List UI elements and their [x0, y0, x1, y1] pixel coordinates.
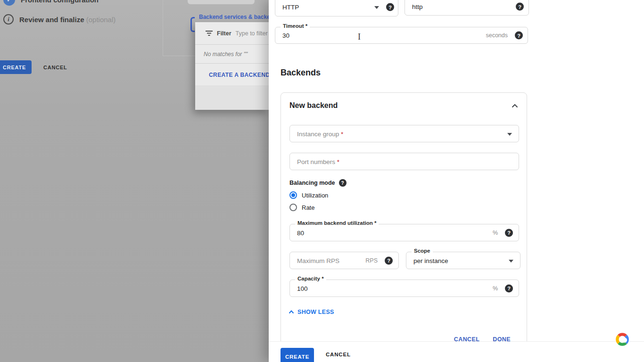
info-icon: i: [3, 14, 14, 25]
dropdown-caret-icon[interactable]: [509, 260, 513, 263]
backend-services-field-label: Backend services & backend: [199, 14, 269, 20]
text-cursor: I: [358, 32, 361, 42]
sidebar-create-button[interactable]: CREATE: [0, 60, 32, 74]
backend-service-form-panel: Protocol HTTP ? Named port http ? Timeou…: [269, 0, 644, 362]
footer-cancel-button[interactable]: CANCEL: [326, 352, 351, 357]
google-cloud-logo: [613, 332, 631, 347]
timeout-unit: seconds: [486, 32, 508, 39]
help-icon[interactable]: ?: [386, 3, 394, 11]
scope-select[interactable]: Scope per instance: [406, 252, 520, 269]
help-icon[interactable]: ?: [516, 3, 524, 11]
card-title: New backend: [289, 101, 338, 110]
max-utilization-value: 80: [297, 229, 304, 236]
radio-selected-icon[interactable]: [289, 191, 297, 199]
sidebar-cancel-button[interactable]: CANCEL: [43, 63, 67, 72]
balancing-mode-label: Balancing mode ?: [289, 179, 347, 187]
backdrop-card-edge: [188, 0, 255, 4]
protocol-select[interactable]: Protocol HTTP ?: [275, 0, 398, 16]
rps-unit: RPS: [365, 257, 378, 264]
scope-value: per instance: [413, 257, 448, 264]
footer-bar: CREATE CANCEL: [269, 341, 644, 362]
show-less-button[interactable]: SHOW LESS: [289, 309, 334, 315]
step-label: Frontend configuration: [21, 0, 99, 4]
dropdown-caret-icon[interactable]: [507, 133, 512, 136]
scope-label: Scope: [412, 248, 433, 254]
max-rps-placeholder: Maximum RPS: [297, 257, 339, 264]
instance-group-placeholder: Instance group *: [297, 130, 343, 137]
required-asterisk: *: [337, 158, 339, 165]
protocol-value: HTTP: [282, 4, 299, 11]
background-vertical-divider: [163, 0, 163, 56]
create-backend-menu-item[interactable]: CREATE A BACKEND: [195, 64, 269, 86]
capacity-value: 100: [297, 285, 308, 292]
dropdown-footer: [195, 87, 269, 110]
radio-utilization[interactable]: Utilization: [289, 191, 328, 199]
required-asterisk: *: [341, 130, 343, 137]
step-done-icon: ✓: [3, 0, 15, 6]
filter-label: Filter: [217, 30, 231, 37]
sidebar-step-frontend-configuration[interactable]: ✓ Frontend configuration: [3, 0, 99, 6]
max-rps-input[interactable]: Maximum RPS RPS ?: [289, 252, 399, 269]
filter-input-placeholder[interactable]: Type to filter: [236, 30, 268, 37]
max-utilization-label: Maximum backend utilization *: [295, 220, 379, 226]
no-matches-row: No matches for "": [195, 45, 269, 64]
capacity-label: Capacity *: [295, 276, 326, 281]
percent-unit: %: [493, 230, 498, 236]
help-icon[interactable]: ?: [505, 229, 513, 237]
chevron-up-icon: [289, 310, 294, 314]
backends-heading: Backends: [281, 68, 321, 78]
filter-icon: [206, 30, 213, 36]
help-icon[interactable]: ?: [505, 284, 513, 292]
filter-row[interactable]: Filter Type to filter: [195, 22, 269, 45]
radio-label: Rate: [302, 204, 314, 211]
instance-group-select[interactable]: Instance group *: [289, 125, 519, 142]
dropdown-caret-icon[interactable]: [374, 6, 379, 9]
named-port-value: http: [412, 3, 423, 10]
help-icon[interactable]: ?: [339, 179, 347, 187]
capacity-input[interactable]: Capacity * 100 % ?: [289, 280, 519, 297]
footer-create-button[interactable]: CREATE: [281, 348, 314, 362]
new-backend-card: New backend Instance group * Port number…: [281, 92, 527, 349]
named-port-input[interactable]: Named port http ?: [405, 0, 529, 16]
radio-label: Utilization: [302, 192, 328, 199]
port-numbers-placeholder: Port numbers *: [297, 158, 339, 165]
radio-unselected-icon[interactable]: [289, 204, 297, 211]
timeout-label: Timeout *: [281, 23, 310, 29]
stage: ✓ Frontend configuration i Review and fi…: [0, 0, 644, 362]
timeout-value: 30: [282, 32, 289, 39]
timeout-input[interactable]: Timeout * 30 seconds ?: [275, 27, 528, 44]
collapse-chevron-icon[interactable]: [512, 102, 518, 109]
sidebar-step-review-finalize[interactable]: i Review and finalize (optional): [3, 14, 116, 25]
step-label: Review and finalize (optional): [19, 16, 116, 24]
port-numbers-input[interactable]: Port numbers *: [289, 153, 519, 170]
help-icon[interactable]: ?: [385, 256, 393, 264]
help-icon[interactable]: ?: [515, 32, 523, 40]
backend-dropdown-panel: Filter Type to filter No matches for "" …: [195, 22, 269, 110]
radio-rate[interactable]: Rate: [289, 204, 314, 211]
focused-field-bracket: [190, 17, 195, 32]
max-backend-utilization-input[interactable]: Maximum backend utilization * 80 % ?: [289, 224, 519, 241]
step-optional-suffix: (optional): [86, 16, 116, 24]
percent-unit: %: [493, 285, 498, 292]
background-horizontal-divider: [163, 56, 197, 56]
